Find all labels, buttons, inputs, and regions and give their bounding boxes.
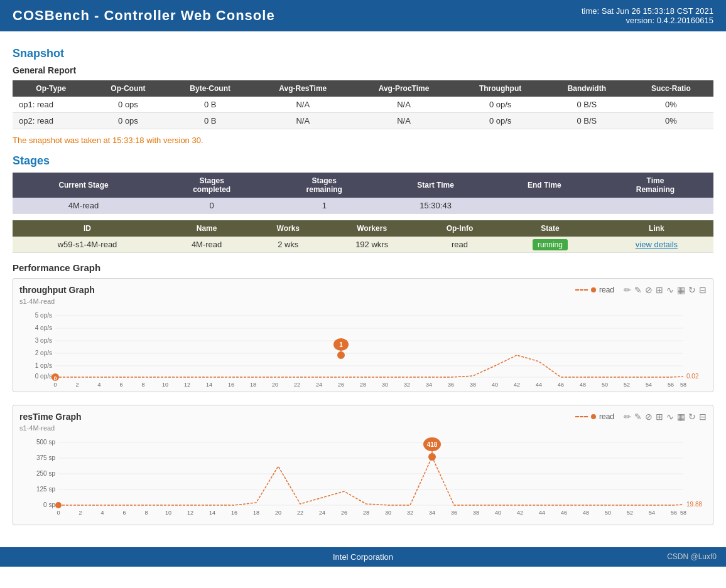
svg-text:14: 14 [209,510,215,516]
header-version: version: 0.4.2.20160615 [582,16,713,25]
throughput-svg: 5 op/s 4 op/s 3 op/s 2 op/s 1 op/s 0 op/… [19,308,707,383]
edit-icon[interactable]: ✏ [624,285,631,295]
detail-col-opinfo: Op-Info [419,220,501,237]
svg-text:42: 42 [514,382,520,388]
svg-text:42: 42 [517,510,523,516]
restime-graph-subtitle: s1-4M-read [19,424,707,432]
table-icon[interactable]: ⊞ [656,285,663,295]
stage-current: 4M-read [13,198,154,214]
svg-text:40: 40 [495,510,501,516]
svg-text:20: 20 [272,382,278,388]
svg-text:48: 48 [580,382,586,388]
restime-legend-label: read [599,412,614,421]
svg-text:8: 8 [141,382,144,388]
restime-eraser-icon[interactable]: ⊘ [645,412,653,422]
restime-bar-chart-icon[interactable]: ▦ [677,412,685,422]
svg-text:0.02: 0.02 [686,373,699,380]
snapshot-cell: N/A [352,113,456,129]
snapshot-cell: 0 B/S [545,97,629,113]
snapshot-cell: 0 B [166,97,253,113]
restime-line [58,457,683,505]
detail-opinfo: read [419,237,501,253]
svg-text:0 sp: 0 sp [43,501,55,508]
running-badge: running [533,239,568,250]
svg-text:22: 22 [297,510,303,516]
svg-text:2: 2 [79,510,82,516]
restime-edit-icon[interactable]: ✏ [624,412,631,422]
svg-text:20: 20 [275,510,281,516]
col-bandwidth: Bandwidth [545,80,629,97]
svg-text:40: 40 [492,382,498,388]
svg-text:14: 14 [206,382,212,388]
detail-col-link: Link [600,220,713,237]
svg-text:44: 44 [536,382,542,388]
col-avg-restime: Avg-ResTime [254,80,352,97]
restime-pencil-icon[interactable]: ✎ [634,412,642,422]
throughput-graph-subtitle: s1-4M-read [19,297,707,305]
svg-text:6: 6 [119,382,122,388]
detail-works: 2 wks [251,237,325,253]
svg-text:250 sp: 250 sp [36,470,55,477]
restime-graph-icons: ✏ ✎ ⊘ ⊞ ∿ ▦ ↻ ⊟ [624,412,707,422]
detail-col-id: ID [13,220,162,237]
col-op-type: Op-Type [13,80,89,97]
svg-text:4: 4 [100,510,104,516]
pencil-icon[interactable]: ✎ [634,285,642,295]
restime-graph-container: resTime Graph read ✏ ✎ ⊘ ⊞ ∿ ▦ ↻ ⊟ [13,405,713,525]
restime-line-chart-icon[interactable]: ∿ [666,412,674,422]
snapshot-cell: 0 B/S [545,113,629,129]
svg-text:48: 48 [583,510,589,516]
svg-text:46: 46 [558,382,564,388]
snapshot-cell: op2: read [13,113,89,129]
svg-text:4: 4 [97,382,100,388]
svg-text:32: 32 [407,510,413,516]
snapshot-cell: N/A [254,97,352,113]
main-content: Snapshot General Report Op-Type Op-Count… [0,31,726,547]
snapshot-cell: op1: read [13,97,89,113]
throughput-graph-icons: ✏ ✎ ⊘ ⊞ ∿ ▦ ↻ ⊟ [624,285,707,295]
restime-save-icon[interactable]: ⊟ [699,412,707,422]
svg-text:0: 0 [53,382,57,388]
throughput-graph-container: throughput Graph read ✏ ✎ ⊘ ⊞ ∿ ▦ ↻ ⊟ [13,278,713,392]
detail-link[interactable]: view details [600,237,713,253]
restime-refresh-icon[interactable]: ↻ [688,412,696,422]
throughput-line [55,355,683,377]
detail-id: w59-s1-4M-read [13,237,162,253]
svg-text:10: 10 [162,382,168,388]
general-report-title: General Report [13,65,713,75]
snapshot-cell: 0 ops [89,97,166,113]
svg-text:56: 56 [671,510,677,516]
svg-text:0: 0 [57,510,60,516]
svg-text:5 op/s: 5 op/s [35,312,52,319]
view-details-link[interactable]: view details [636,240,678,249]
refresh-icon[interactable]: ↻ [688,285,696,295]
line-chart-icon[interactable]: ∿ [666,285,674,295]
stage-col-completed: Stagescompleted [154,173,269,198]
svg-text:30: 30 [385,510,391,516]
legend-dash [575,289,588,291]
stage-col-end: End Time [492,173,597,198]
bar-chart-icon[interactable]: ▦ [677,285,685,295]
svg-text:28: 28 [360,382,366,388]
restime-graph-header: resTime Graph read ✏ ✎ ⊘ ⊞ ∿ ▦ ↻ ⊟ [19,412,707,422]
detail-name: 4M-read [162,237,251,253]
svg-text:125 sp: 125 sp [36,486,55,493]
snapshot-cell: 0% [629,97,713,113]
footer: Intel Corporation CSDN @Luxf0 [0,547,726,567]
svg-text:56: 56 [668,382,674,388]
svg-text:4 op/s: 4 op/s [35,324,52,331]
eraser-icon[interactable]: ⊘ [645,285,653,295]
restime-table-icon[interactable]: ⊞ [656,412,663,422]
stage-col-start: Start Time [379,173,492,198]
save-icon[interactable]: ⊟ [699,285,707,295]
stage-end [492,198,597,214]
svg-text:12: 12 [184,382,190,388]
snapshot-cell: N/A [352,97,456,113]
header: COSBench - Controller Web Console time: … [0,0,726,31]
snapshot-cell: 0 op/s [455,97,545,113]
svg-text:3 op/s: 3 op/s [35,337,52,344]
restime-graph-title: resTime Graph [19,412,82,422]
svg-text:54: 54 [646,382,652,388]
svg-text:0 op/s: 0 op/s [35,373,52,380]
svg-text:24: 24 [319,510,325,516]
